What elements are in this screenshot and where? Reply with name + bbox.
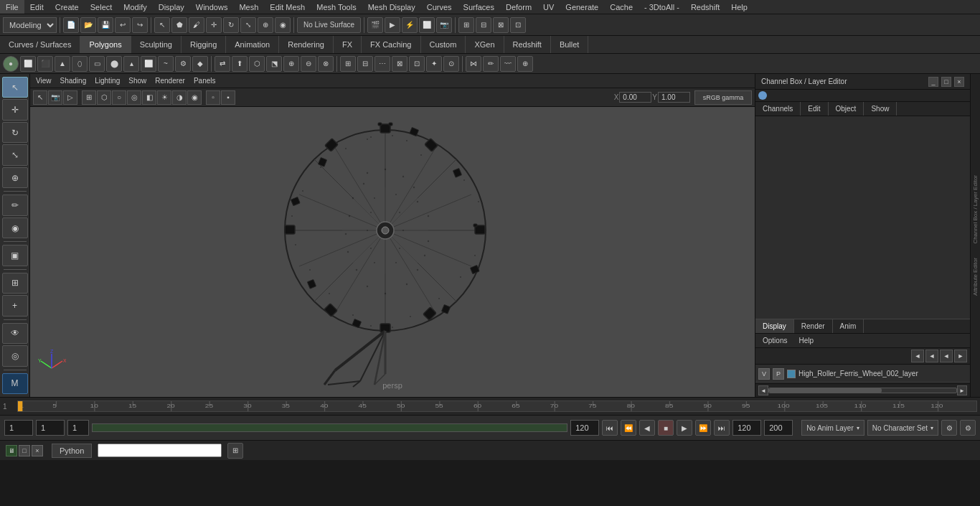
- menu-edit-mesh[interactable]: Edit Mesh: [264, 0, 311, 14]
- panel-maximize-btn[interactable]: □: [941, 77, 951, 87]
- poly-pipe-button[interactable]: ⬜: [141, 56, 156, 72]
- step-fwd-btn[interactable]: ⏩: [695, 420, 711, 436]
- retopo-button[interactable]: ⊡: [409, 56, 425, 72]
- poly-cone-button[interactable]: ▲: [55, 56, 70, 72]
- character-set-dropdown[interactable]: No Character Set: [867, 420, 938, 436]
- poly-cylinder-button[interactable]: ⬛: [37, 56, 53, 72]
- bool-diff-button[interactable]: ⊖: [301, 56, 316, 72]
- layer-move-up-btn[interactable]: ►: [954, 350, 967, 362]
- combine-button[interactable]: ⊞: [340, 56, 356, 72]
- relax-button[interactable]: 〰: [500, 56, 516, 72]
- paint-tool[interactable]: ✏: [2, 195, 28, 215]
- menu-help[interactable]: Help: [725, 0, 753, 14]
- viewport-coord-y[interactable]: [658, 92, 690, 103]
- menu-mesh-tools[interactable]: Mesh Tools: [311, 0, 362, 14]
- redo-button[interactable]: ↪: [132, 17, 148, 33]
- vp-select-mask2[interactable]: ▪: [221, 90, 235, 105]
- tab-animation[interactable]: Animation: [226, 36, 279, 53]
- panel-close-btn[interactable]: ×: [954, 77, 964, 87]
- menu-curves[interactable]: Curves: [421, 0, 458, 14]
- mini-win-restore[interactable]: □: [19, 445, 30, 456]
- render-cam-button[interactable]: 📷: [436, 17, 452, 33]
- layer-add-new-btn[interactable]: ◄: [911, 350, 924, 362]
- layer-del-btn[interactable]: ◄: [940, 350, 953, 362]
- tab-fx-caching[interactable]: FX Caching: [362, 36, 420, 53]
- layer-scroll-thumb[interactable]: [769, 388, 882, 393]
- show-hide-toggle[interactable]: 👁: [2, 323, 28, 344]
- crease-tool-button[interactable]: ⋈: [466, 56, 481, 72]
- poly-gear-button[interactable]: ⚙: [175, 56, 191, 72]
- tab-fx[interactable]: FX: [334, 36, 362, 53]
- vp-render-btn[interactable]: ▷: [63, 90, 77, 105]
- lasso-tool-button[interactable]: ⬟: [171, 17, 187, 33]
- vp-select-mask1[interactable]: ▫: [206, 90, 220, 105]
- layer-scroll-track[interactable]: [768, 388, 957, 393]
- vp-grid-btn[interactable]: ⊞: [82, 90, 96, 105]
- menu-mesh[interactable]: Mesh: [233, 0, 264, 14]
- layer-scroll-left[interactable]: ◄: [758, 385, 768, 395]
- playback-range-slider[interactable]: [92, 423, 567, 432]
- move-tool-button[interactable]: ✛: [206, 17, 222, 33]
- ipr-render-button[interactable]: ⚡: [402, 17, 418, 33]
- layer-tab-display[interactable]: Display: [755, 319, 794, 333]
- range-end-value-field[interactable]: 120: [570, 420, 599, 436]
- render-region-button[interactable]: ⬜: [419, 17, 435, 33]
- poly-pyramid-button[interactable]: ▴: [123, 56, 139, 72]
- select-tool-button[interactable]: ↖: [154, 17, 170, 33]
- play-fwd-btn[interactable]: ▶: [677, 420, 692, 436]
- poly-torus-button[interactable]: ⬯: [72, 56, 88, 72]
- menu-create[interactable]: Create: [50, 0, 85, 14]
- undo-button[interactable]: ↩: [115, 17, 131, 33]
- go-to-start-btn[interactable]: ⏮: [602, 420, 618, 436]
- tab-redshift[interactable]: Redshift: [504, 36, 551, 53]
- cleanup-button[interactable]: ✦: [426, 56, 442, 72]
- open-scene-button[interactable]: 📂: [80, 17, 96, 33]
- tab-curves-surfaces[interactable]: Curves / Surfaces: [0, 36, 80, 53]
- menu-surfaces[interactable]: Surfaces: [458, 0, 500, 14]
- current-frame-field[interactable]: 1: [4, 420, 33, 436]
- playback-settings-btn[interactable]: ⚙: [941, 420, 957, 436]
- stop-btn[interactable]: ■: [658, 420, 674, 436]
- poly-plane-button[interactable]: ▭: [89, 56, 105, 72]
- right-sidebar-handle[interactable]: Channel Box / Layer Editor Attribute Edi…: [970, 74, 980, 397]
- vp-shadow-btn[interactable]: ◑: [172, 90, 187, 105]
- anim-layer-dropdown[interactable]: No Anim Layer: [801, 420, 864, 436]
- smooth-button[interactable]: ⋯: [374, 56, 390, 72]
- viewport[interactable]: View Shading Lighting Show Renderer Pane…: [30, 74, 755, 397]
- tab-polygons[interactable]: Polygons: [80, 36, 131, 53]
- mini-win-close[interactable]: ×: [32, 445, 43, 456]
- marquee-select[interactable]: ▣: [2, 245, 28, 266]
- poly-helix-button[interactable]: ~: [158, 56, 174, 72]
- paint-select-button[interactable]: 🖌: [189, 17, 204, 33]
- render-settings-button[interactable]: 🎬: [367, 17, 383, 33]
- grid-toggle[interactable]: ⊞: [2, 273, 28, 294]
- menu-deform[interactable]: Deform: [500, 0, 537, 14]
- panel-minimize-btn[interactable]: _: [928, 77, 938, 87]
- bridge-button[interactable]: ⬔: [266, 56, 282, 72]
- poly-sphere-button[interactable]: ●: [3, 56, 19, 72]
- tab-rigging[interactable]: Rigging: [182, 36, 226, 53]
- layer-scrollbar[interactable]: ◄ ►: [755, 383, 970, 397]
- layer-add-new2-btn[interactable]: ◄: [925, 350, 938, 362]
- timeline-track[interactable]: 1 5 10 15 20 25 30 35 40 45 50: [17, 400, 977, 412]
- tab-sculpting[interactable]: Sculpting: [131, 36, 182, 53]
- tab-xgen[interactable]: XGen: [466, 36, 504, 53]
- step-back-btn[interactable]: ⏪: [621, 420, 636, 436]
- viewport-canvas[interactable]: persp X Y Z: [30, 107, 755, 397]
- menu-display[interactable]: Display: [153, 0, 190, 14]
- remesh-button[interactable]: ⊠: [392, 56, 407, 72]
- layer-tab-render[interactable]: Render: [794, 319, 833, 333]
- fill-hole-button[interactable]: ⊙: [443, 56, 459, 72]
- layout3-button[interactable]: ⊠: [493, 17, 509, 33]
- poly-cube-button[interactable]: ⬜: [20, 56, 36, 72]
- universal-tool[interactable]: ⊕: [2, 167, 28, 188]
- cb-tab-object[interactable]: Object: [829, 102, 864, 116]
- vp-menu-view[interactable]: View: [36, 77, 52, 85]
- tab-bullet[interactable]: Bullet: [551, 36, 589, 53]
- layout2-button[interactable]: ⊟: [476, 17, 491, 33]
- python-input[interactable]: [98, 444, 222, 457]
- menu-windows[interactable]: Windows: [190, 0, 234, 14]
- frame-input-2[interactable]: 1: [36, 420, 65, 436]
- live-surface-button[interactable]: No Live Surface: [297, 17, 361, 33]
- vp-menu-show[interactable]: Show: [128, 77, 146, 85]
